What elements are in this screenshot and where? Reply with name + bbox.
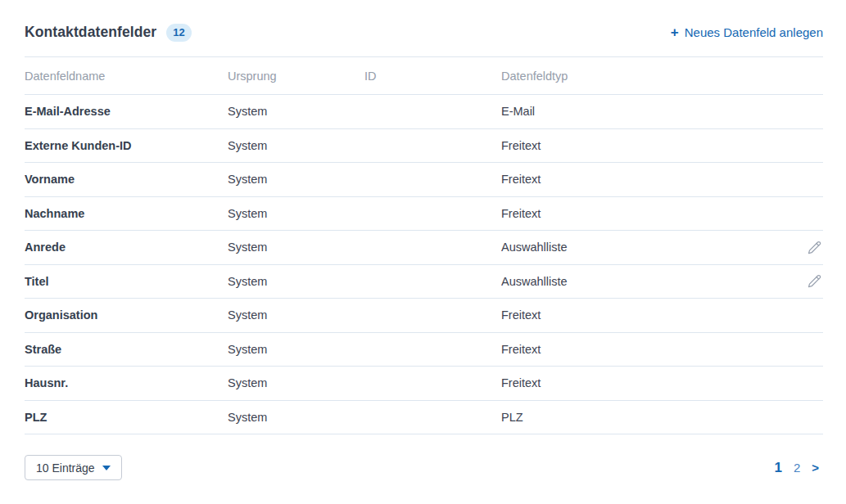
pagination-page-2-label: 2 [794,461,800,475]
table-row: E-Mail-Adresse System E-Mail [25,95,823,129]
pencil-icon [806,272,823,290]
cell-ursprung: System [228,411,364,424]
chevron-right-icon: > [812,461,819,475]
cell-datenfeldtyp: E-Mail [501,105,795,118]
cell-datenfeldtyp: Freitext [501,139,795,152]
plus-icon: + [671,25,679,39]
page-size-dropdown[interactable]: 10 Einträge [25,455,122,480]
cell-ursprung: System [228,139,364,152]
column-header-datenfeldtyp: Datenfeldtyp [501,70,795,83]
table-row: Anrede System Auswahlliste [25,231,823,265]
table-row: Titel System Auswahlliste [25,265,823,299]
cell-datenfeldname: PLZ [25,411,228,424]
pagination: 1 2 > [774,460,823,476]
create-datafield-label: Neues Datenfeld anlegen [685,25,823,39]
pagination-page-2[interactable]: 2 [794,461,800,475]
datafields-table: Datenfeldname Ursprung ID Datenfeldtyp E… [25,57,823,434]
cell-actions [795,306,823,324]
page-header: Kontaktdatenfelder 12 + Neues Datenfeld … [25,0,823,57]
cell-actions [795,272,823,290]
edit-datafield-button[interactable] [805,272,823,290]
cell-datenfeldtyp: Auswahlliste [501,275,795,288]
table-row: Nachname System Freitext [25,197,823,232]
cell-datenfeldtyp: Freitext [501,376,795,389]
cell-datenfeldname: Nachname [25,207,228,220]
column-header-id: ID [364,70,501,83]
caret-down-icon [102,466,111,470]
table-header-row: Datenfeldname Ursprung ID Datenfeldtyp [25,57,823,95]
table-row: Straße System Freitext [25,333,823,367]
column-header-datenfeldname: Datenfeldname [25,70,228,83]
cell-actions [795,205,823,223]
create-datafield-link[interactable]: + Neues Datenfeld anlegen [671,25,823,39]
cell-actions [795,170,823,188]
cell-datenfeldname: Vorname [25,173,228,186]
pencil-icon [806,239,823,256]
cell-datenfeldtyp: Freitext [501,173,795,186]
cell-ursprung: System [228,275,364,288]
cell-datenfeldname: Titel [25,275,228,288]
page-footer: 10 Einträge 1 2 > [25,455,823,480]
edit-datafield-button[interactable] [805,238,823,256]
cell-datenfeldname: Anrede [25,241,228,254]
cell-actions [795,238,823,256]
cell-ursprung: System [228,343,364,356]
pagination-page-1-label: 1 [774,460,781,475]
cell-ursprung: System [228,105,364,118]
cell-datenfeldname: E-Mail-Adresse [25,105,228,118]
cell-ursprung: System [228,173,364,186]
cell-datenfeldtyp: Freitext [501,308,795,322]
cell-datenfeldtyp: Freitext [501,207,795,220]
cell-ursprung: System [228,207,364,220]
page-size-label: 10 Einträge [36,461,95,475]
cell-actions [795,374,823,392]
column-header-ursprung: Ursprung [228,70,364,83]
cell-datenfeldname: Hausnr. [25,376,228,389]
pagination-next-button[interactable]: > [812,461,819,475]
cell-actions [795,408,823,426]
table-row: Hausnr. System Freitext [25,367,823,401]
cell-ursprung: System [228,308,364,322]
table-row: Vorname System Freitext [25,163,823,197]
cell-datenfeldname: Straße [25,343,228,356]
cell-datenfeldname: Externe Kunden-ID [25,139,228,152]
contact-datafields-page: Kontaktdatenfelder 12 + Neues Datenfeld … [25,0,823,480]
cell-ursprung: System [228,376,364,389]
cell-ursprung: System [228,241,364,254]
cell-datenfeldtyp: PLZ [501,411,795,424]
cell-actions [795,137,823,155]
page-title: Kontaktdatenfelder [25,24,156,41]
pagination-page-1[interactable]: 1 [774,460,781,476]
table-row: Externe Kunden-ID System Freitext [25,129,823,164]
table-body: E-Mail-Adresse System E-Mail Externe Kun… [25,95,823,434]
title-wrap: Kontaktdatenfelder 12 [25,24,192,42]
cell-actions [795,340,823,358]
cell-actions [795,102,823,120]
cell-datenfeldtyp: Auswahlliste [501,241,795,254]
cell-datenfeldname: Organisation [25,308,228,322]
table-row: PLZ System PLZ [25,401,823,435]
table-row: Organisation System Freitext [25,299,823,333]
cell-datenfeldtyp: Freitext [501,343,795,356]
count-badge: 12 [166,24,191,42]
